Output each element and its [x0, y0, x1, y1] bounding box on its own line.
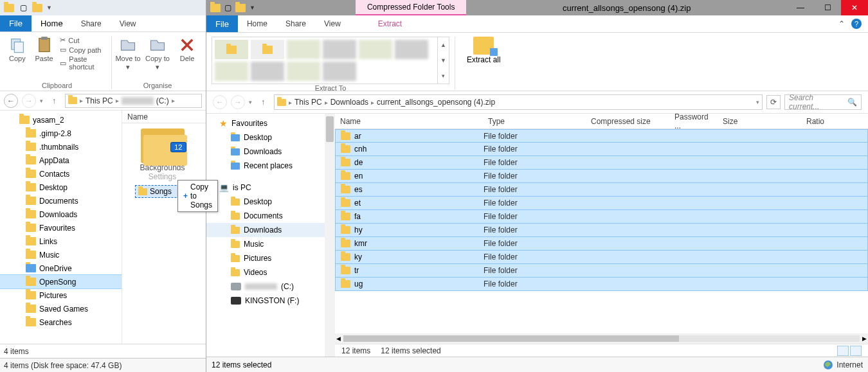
share-tab[interactable]: Share	[276, 15, 315, 32]
back-button[interactable]: ←	[4, 94, 18, 108]
close-button[interactable]: ✕	[841, 0, 868, 15]
name-column[interactable]: Name	[335, 117, 483, 126]
tree-item[interactable]: Desktop	[0, 181, 122, 194]
paste-button[interactable]: Paste	[32, 36, 57, 62]
table-row[interactable]: hyFile folder	[335, 224, 868, 237]
this-pc-group[interactable]: 💻 is PC	[206, 181, 335, 195]
type-column[interactable]: Type	[483, 117, 586, 126]
tree-item[interactable]: Links	[0, 235, 122, 248]
view-tab[interactable]: View	[315, 15, 350, 32]
minimize-button[interactable]: —	[787, 0, 814, 15]
tiles-view-icon[interactable]	[850, 346, 862, 356]
size-column[interactable]: Size	[718, 117, 801, 126]
ribbon-collapse-icon[interactable]: ⌃	[838, 19, 845, 28]
nav-tree[interactable]: yasam_2.gimp-2.8.thumbnailsAppDataContac…	[0, 111, 122, 344]
tree-item[interactable]: yasam_2	[0, 113, 122, 127]
extract-tab[interactable]: Extract	[369, 15, 411, 32]
tree-item[interactable]: OpenSong	[0, 275, 122, 288]
extract-to-gallery[interactable]: ▲▼▾	[212, 37, 449, 84]
gallery-more-icon[interactable]: ▾	[438, 68, 449, 84]
table-row[interactable]: arFile folder	[335, 129, 868, 143]
up-button[interactable]: ↑	[256, 95, 270, 109]
tree-item[interactable]: Music	[0, 248, 122, 261]
tree-item[interactable]: Downloads	[0, 208, 122, 221]
file-tab[interactable]: File	[0, 15, 32, 31]
details-view-icon[interactable]	[837, 346, 849, 356]
tree-item[interactable]: Searches	[0, 315, 122, 329]
search-input[interactable]: Search current... 🔍	[784, 94, 862, 110]
back-button[interactable]: ←	[213, 95, 227, 109]
new-folder-icon[interactable]	[235, 4, 246, 12]
tree-scrollbar[interactable]	[325, 114, 335, 357]
breadcrumb[interactable]: ▸ This PC ▸ (C:) ▸	[65, 94, 202, 108]
maximize-button[interactable]: ☐	[814, 0, 841, 15]
table-row[interactable]: kyFile folder	[335, 251, 868, 264]
address-dropdown-icon[interactable]: ▾	[756, 99, 759, 105]
cut-button[interactable]: ✂ Cut	[60, 36, 109, 44]
file-tab[interactable]: File	[206, 15, 238, 32]
name-column-header[interactable]: Name	[127, 112, 148, 121]
tree-item[interactable]: OneDrive	[0, 261, 122, 275]
tree-item[interactable]: Desktop	[206, 195, 335, 209]
table-row[interactable]: trFile folder	[335, 264, 868, 278]
copy-to-button[interactable]: Copy to▾	[144, 36, 171, 71]
copy-path-button[interactable]: ▭ Copy path	[60, 46, 109, 54]
tree-item[interactable]: Downloads	[206, 223, 335, 237]
content-pane[interactable]: Name 12 Backgrounds Settings Songs + Co	[122, 111, 206, 344]
table-row[interactable]: cnhFile folder	[335, 143, 868, 156]
password-column[interactable]: Password ...	[669, 112, 718, 130]
home-tab[interactable]: Home	[238, 15, 276, 32]
gallery-down-icon[interactable]: ▼	[438, 53, 449, 68]
properties-icon[interactable]: ▢	[18, 3, 28, 13]
extract-all-button[interactable]: Extract all	[460, 37, 507, 64]
tree-item[interactable]: Pictures	[206, 251, 335, 265]
table-row[interactable]: enFile folder	[335, 170, 868, 183]
tree-item[interactable]: .thumbnails	[0, 140, 122, 154]
breadcrumb[interactable]: ▸ This PC▸ Downloads▸ current_allsongs_o…	[274, 94, 763, 110]
tree-item[interactable]: Documents	[0, 194, 122, 208]
table-row[interactable]: esFile folder	[335, 183, 868, 197]
favourites-group[interactable]: ★Favourites	[206, 116, 335, 130]
tree-item[interactable]: Music	[206, 237, 335, 251]
nav-tree[interactable]: ★Favourites DesktopDownloadsRecent place…	[206, 114, 335, 357]
recent-locations-icon[interactable]: ▾	[40, 98, 43, 104]
gallery-up-icon[interactable]: ▲	[438, 37, 449, 53]
move-to-button[interactable]: Move to▾	[114, 36, 141, 71]
compressed-column[interactable]: Compressed size	[586, 117, 669, 126]
delete-button[interactable]: Dele	[174, 36, 201, 62]
folder-icon[interactable]	[210, 4, 221, 12]
table-row[interactable]: kmrFile folder	[335, 237, 868, 251]
qat-dropdown-icon[interactable]: ▼	[46, 4, 52, 11]
tree-item[interactable]: .gimp-2.8	[0, 127, 122, 140]
tree-item[interactable]: Favourites	[0, 221, 122, 235]
up-button[interactable]: ↑	[47, 94, 61, 108]
tree-item[interactable]: AppData	[0, 154, 122, 167]
new-folder-icon[interactable]	[32, 3, 42, 13]
drive-c[interactable]: (C:)	[206, 279, 335, 294]
tree-item[interactable]: Downloads	[206, 145, 335, 159]
table-row[interactable]: etFile folder	[335, 197, 868, 210]
share-tab[interactable]: Share	[72, 15, 111, 31]
tree-item[interactable]: Desktop	[206, 130, 335, 145]
refresh-button[interactable]: ⟳	[766, 95, 781, 109]
horizontal-scrollbar[interactable]: ◀▶	[335, 333, 868, 344]
folder-icon[interactable]	[4, 3, 14, 13]
tree-item[interactable]: Videos	[206, 265, 335, 279]
table-row[interactable]: deFile folder	[335, 156, 868, 170]
table-row[interactable]: faFile folder	[335, 210, 868, 224]
tree-item[interactable]: Documents	[206, 209, 335, 223]
tree-item[interactable]: Contacts	[0, 167, 122, 181]
tree-item[interactable]: Pictures	[0, 288, 122, 302]
view-tab[interactable]: View	[111, 15, 145, 31]
help-icon[interactable]: ?	[851, 19, 862, 29]
table-row[interactable]: ugFile folder	[335, 278, 868, 291]
forward-button[interactable]: →	[22, 94, 36, 108]
drive-f[interactable]: KINGSTON (F:)	[206, 294, 335, 308]
paste-shortcut-button[interactable]: ▭ Paste shortcut	[60, 55, 109, 71]
tree-item[interactable]: Saved Games	[0, 302, 122, 315]
home-tab[interactable]: Home	[32, 15, 72, 31]
forward-button[interactable]: →	[231, 95, 245, 109]
properties-icon[interactable]: ▢	[224, 3, 231, 12]
ratio-column[interactable]: Ratio	[801, 117, 849, 126]
recent-locations-icon[interactable]: ▾	[249, 99, 252, 105]
